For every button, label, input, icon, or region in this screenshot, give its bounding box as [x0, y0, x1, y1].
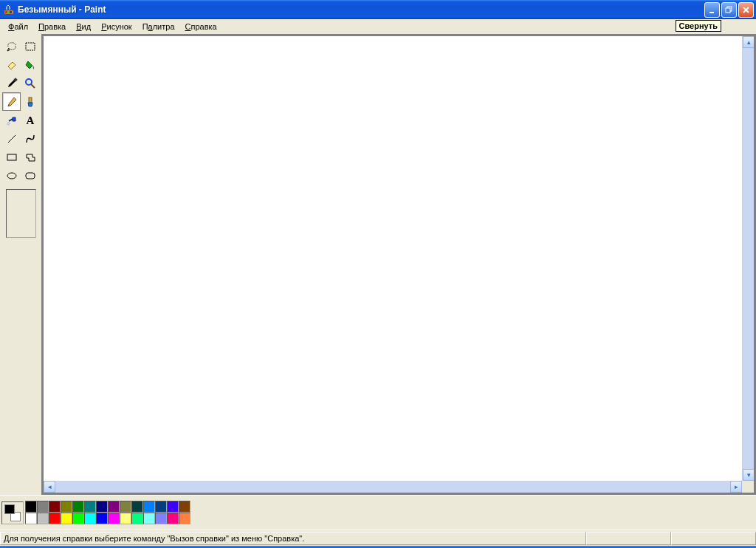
color-swatch-7[interactable]	[108, 501, 120, 513]
scroll-left-button[interactable]: ◂	[44, 481, 55, 493]
polygon-icon	[24, 151, 36, 163]
menu-edit[interactable]: Правка	[33, 21, 71, 32]
minimize-button[interactable]	[704, 2, 720, 18]
status-text: Для получения справки выберите команду "…	[0, 532, 586, 545]
toolbox: A	[0, 34, 41, 495]
close-button[interactable]	[738, 2, 754, 18]
horizontal-scrollbar[interactable]: ◂ ▸	[44, 481, 742, 493]
scroll-corner	[742, 481, 754, 493]
color-swatch-11[interactable]	[155, 501, 167, 513]
color-swatch-24[interactable]	[143, 513, 155, 524]
curve-icon	[24, 133, 36, 145]
menu-palette[interactable]: Палитра	[137, 21, 180, 32]
menu-file[interactable]: Файл	[3, 21, 33, 32]
color-swatch-17[interactable]	[61, 513, 72, 524]
color-swatch-4[interactable]	[72, 501, 84, 513]
tool-polygon[interactable]	[21, 148, 39, 166]
color-swatch-27[interactable]	[179, 513, 190, 524]
color-swatch-19[interactable]	[84, 513, 96, 524]
tool-airbrush[interactable]	[2, 111, 21, 129]
minimize-tooltip: Свернуть	[676, 20, 721, 32]
tool-rectangle[interactable]	[2, 148, 21, 166]
svg-point-9	[26, 79, 32, 85]
rectangle-icon	[6, 151, 18, 163]
svg-rect-19	[26, 173, 35, 179]
svg-rect-3	[10, 11, 12, 13]
tool-zoom[interactable]	[21, 74, 39, 92]
color-swatch-2[interactable]	[49, 501, 61, 513]
window-title: Безымянный - Paint	[18, 4, 704, 15]
canvas-area[interactable]	[44, 36, 742, 481]
brush-icon	[24, 96, 36, 108]
color-swatch-14[interactable]	[25, 513, 37, 524]
menu-view[interactable]: Вид	[71, 21, 96, 32]
color-swatch-9[interactable]	[131, 501, 143, 513]
color-swatch-20[interactable]	[96, 513, 108, 524]
rect-select-icon	[24, 41, 36, 52]
fill-icon	[24, 59, 36, 71]
color-swatch-23[interactable]	[131, 513, 143, 524]
color-swatch-0[interactable]	[25, 501, 37, 513]
color-swatch-3[interactable]	[61, 501, 72, 513]
status-bar: Для получения справки выберите команду "…	[0, 530, 756, 546]
color-swatch-6[interactable]	[96, 501, 108, 513]
airbrush-icon	[6, 114, 18, 126]
color-swatch-5[interactable]	[84, 501, 96, 513]
tool-rounded-rect[interactable]	[21, 166, 39, 185]
foreground-color[interactable]	[4, 504, 15, 514]
svg-rect-6	[726, 8, 730, 13]
vertical-scrollbar[interactable]: ▴ ▾	[742, 36, 754, 481]
color-swatch-8[interactable]	[120, 501, 131, 513]
tool-pencil[interactable]	[2, 92, 21, 111]
tool-rect-select[interactable]	[21, 37, 39, 55]
color-swatch-13[interactable]	[179, 501, 190, 513]
vscroll-track[interactable]	[743, 48, 754, 469]
tool-fill[interactable]	[21, 55, 39, 74]
color-swatch-16[interactable]	[49, 513, 61, 524]
color-swatch-22[interactable]	[120, 513, 131, 524]
svg-point-13	[7, 123, 7, 124]
tool-curve[interactable]	[21, 129, 39, 148]
app-icon	[3, 4, 15, 16]
tool-line[interactable]	[2, 129, 21, 148]
zoom-icon	[24, 78, 36, 89]
color-swatch-26[interactable]	[167, 513, 179, 524]
scroll-up-button[interactable]: ▴	[743, 36, 754, 48]
text-icon: A	[24, 114, 36, 126]
title-bar: Безымянный - Paint Свернуть	[0, 0, 756, 19]
scroll-down-button[interactable]: ▾	[743, 469, 754, 481]
tool-ellipse[interactable]	[2, 166, 21, 185]
scroll-right-button[interactable]: ▸	[730, 481, 742, 493]
tool-free-select[interactable]	[2, 37, 21, 55]
tool-eraser[interactable]	[2, 55, 21, 74]
color-swatch-25[interactable]	[155, 513, 167, 524]
svg-rect-2	[7, 11, 10, 13]
ellipse-icon	[6, 170, 18, 182]
status-coords-2	[671, 532, 756, 545]
svg-rect-4	[709, 12, 714, 13]
color-swatch-15[interactable]	[37, 513, 49, 524]
eraser-icon	[6, 59, 18, 71]
canvas[interactable]	[44, 36, 742, 481]
menu-help[interactable]: Справка	[180, 21, 222, 32]
color-swatch-18[interactable]	[72, 513, 84, 524]
color-swatch-21[interactable]	[108, 513, 120, 524]
color-swatch-10[interactable]	[143, 501, 155, 513]
color-palette	[25, 501, 190, 524]
line-icon	[6, 133, 18, 145]
tool-eyedropper[interactable]	[2, 74, 21, 92]
svg-point-18	[7, 173, 16, 179]
svg-point-12	[9, 123, 10, 123]
svg-point-11	[7, 122, 8, 123]
color-swatch-1[interactable]	[37, 501, 49, 513]
status-coords-1	[586, 532, 671, 545]
color-swatch-12[interactable]	[167, 501, 179, 513]
tool-text[interactable]: A	[21, 111, 39, 129]
hscroll-track[interactable]	[55, 481, 730, 493]
color-indicator[interactable]	[1, 501, 24, 524]
menu-image[interactable]: Рисунок	[96, 21, 137, 32]
color-box	[0, 495, 756, 530]
tool-brush[interactable]	[21, 92, 39, 111]
restore-button[interactable]	[721, 2, 737, 18]
menu-bar: Файл Правка Вид Рисунок Палитра Справка	[0, 19, 756, 34]
